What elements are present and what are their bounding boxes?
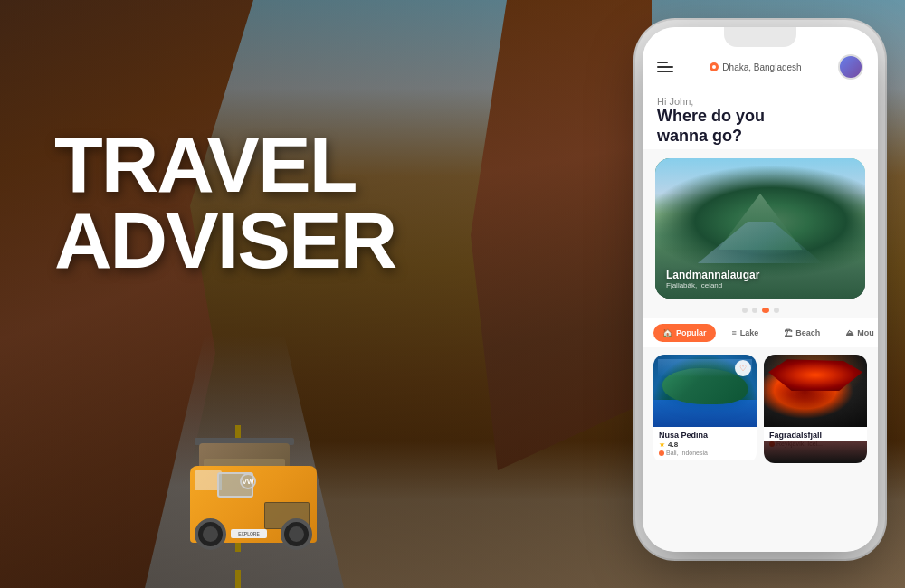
- location-badge[interactable]: Dhaka, Bangladesh: [710, 62, 801, 72]
- nusa-location-pin: [659, 450, 664, 456]
- fagra-image: [764, 355, 867, 427]
- tab-lake[interactable]: ≡ Lake: [723, 324, 768, 342]
- dot-4[interactable]: [774, 308, 779, 313]
- tab-popular-label: Popular: [676, 328, 707, 337]
- phone-notch: [724, 27, 796, 47]
- tab-beach-label: Beach: [795, 328, 820, 337]
- tab-mountain[interactable]: ⛰ Mou: [836, 324, 878, 342]
- dot-2[interactable]: [752, 308, 757, 313]
- carousel-dots: [643, 308, 878, 313]
- menu-button[interactable]: [657, 62, 673, 72]
- hero-overlay-text: Landmannalaugar Fjallabák, Iceland: [666, 269, 759, 289]
- hero-title-container: TRAVEL ADVISER: [54, 127, 395, 278]
- tab-mountain-label: Mou: [857, 328, 874, 337]
- hero-title-line1: TRAVEL: [54, 127, 395, 203]
- tab-lake-label: Lake: [740, 328, 759, 337]
- van-illustration: VW EXPLORE: [181, 434, 326, 543]
- lake-icon: ≡: [732, 328, 737, 337]
- van-wheel-right: [281, 518, 312, 550]
- popular-icon: 🏠: [662, 328, 672, 337]
- tab-popular[interactable]: 🏠 Popular: [653, 324, 716, 342]
- phone-screen: Dhaka, Bangladesh Hi John, Where do you …: [643, 27, 878, 552]
- nusa-info: Nusa Pedina ★ 4.8 Bali, Indonesia: [653, 427, 757, 460]
- tab-beach[interactable]: ⛱ Beach: [775, 324, 829, 342]
- greeting-line2: wanna go?: [657, 127, 742, 145]
- destination-grid: ♡ Nusa Pedina ★ 4.8 Bali, Indonesia: [643, 347, 878, 470]
- mountain-icon: ⛰: [845, 328, 853, 337]
- menu-line-3: [657, 71, 673, 72]
- phone-mockup: Dhaka, Bangladesh Hi John, Where do you …: [643, 27, 878, 552]
- hero-location-sub: Fjallabák, Iceland: [666, 281, 759, 289]
- location-text: Dhaka, Bangladesh: [722, 62, 801, 72]
- nusa-location-text: Bali, Indonesia: [666, 450, 708, 456]
- nusa-location-row: Bali, Indonesia: [659, 450, 751, 456]
- van-wheel-left: [195, 518, 226, 550]
- user-avatar[interactable]: [838, 54, 863, 80]
- hero-location-name: Landmannalaugar: [666, 269, 759, 281]
- dest-card-nusa[interactable]: ♡ Nusa Pedina ★ 4.8 Bali, Indonesia: [653, 355, 757, 463]
- greeting-line1: Where do you: [657, 107, 765, 125]
- menu-line-1: [657, 62, 668, 63]
- hero-title-line2: ADVISER: [54, 203, 395, 279]
- app-greeting: Hi John, Where do you wanna go?: [643, 89, 878, 149]
- dest-card-fagra[interactable]: Fagradalsfjall Reykjavík, Icel...: [764, 355, 867, 463]
- greeting-main: Where do you wanna go?: [657, 107, 863, 146]
- dot-1[interactable]: [742, 308, 748, 313]
- hero-destination-card[interactable]: Landmannalaugar Fjallabák, Iceland: [655, 158, 865, 299]
- fagra-name: Fagradalsfjall: [769, 431, 862, 440]
- greeting-sub: Hi John,: [657, 96, 863, 107]
- location-pin-icon: [710, 62, 719, 71]
- nusa-rating: 4.8: [668, 441, 678, 449]
- nusa-star-icon: ★: [659, 441, 665, 449]
- nusa-rating-row: ★ 4.8: [659, 441, 751, 449]
- beach-icon: ⛱: [784, 328, 792, 337]
- nusa-name: Nusa Pedina: [659, 431, 751, 440]
- category-tabs: 🏠 Popular ≡ Lake ⛱ Beach ⛰ Mou: [643, 318, 878, 347]
- menu-line-2: [657, 66, 673, 68]
- dot-3-active[interactable]: [762, 308, 769, 313]
